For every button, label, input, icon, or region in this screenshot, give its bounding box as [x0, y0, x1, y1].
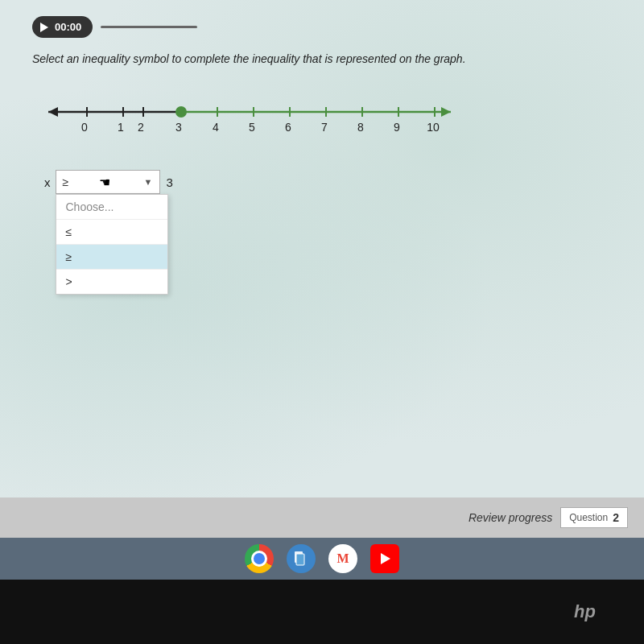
taskbar: M: [0, 538, 644, 580]
timer: 00:00: [55, 21, 81, 33]
svg-text:6: 6: [285, 121, 291, 134]
instruction-text: Select an inequality symbol to complete …: [32, 52, 620, 65]
question-number: 2: [613, 511, 619, 524]
audio-progress-bar[interactable]: [101, 26, 197, 28]
youtube-icon[interactable]: [370, 544, 399, 573]
svg-text:5: 5: [249, 121, 255, 134]
inequality-dropdown-container: ≥ ☚ ▼ Choose... ≤ ≥ >: [56, 170, 160, 194]
inequality-dropdown-menu: Choose... ≤ ≥ >: [56, 194, 168, 295]
svg-rect-23: [296, 554, 304, 565]
dropdown-option-choose[interactable]: Choose...: [56, 195, 167, 220]
dropdown-option-geq[interactable]: ≥: [56, 245, 167, 270]
content-area: 00:00 Select an inequality symbol to com…: [0, 0, 644, 538]
svg-text:0: 0: [81, 121, 88, 134]
svg-text:4: 4: [213, 121, 219, 134]
dropdown-option-gt[interactable]: >: [56, 270, 167, 294]
filled-point: [175, 106, 187, 118]
youtube-play-icon: [381, 553, 390, 564]
x-variable: x: [44, 175, 51, 189]
svg-text:9: 9: [394, 121, 400, 134]
number-line-svg: 0 1 2 3 4 5 6 7 8 9 10: [40, 89, 459, 146]
hp-logo: hp: [574, 601, 596, 622]
gmail-icon[interactable]: M: [328, 544, 357, 573]
play-icon: [40, 23, 48, 32]
question-label: Question: [569, 512, 608, 523]
black-bar: hp: [0, 580, 644, 644]
player-row: 00:00: [32, 16, 620, 38]
svg-text:2: 2: [138, 121, 144, 134]
dropdown-arrow-icon: ▼: [144, 177, 153, 187]
svg-text:10: 10: [427, 121, 440, 134]
question-badge: Question 2: [560, 507, 628, 528]
review-progress-button[interactable]: Review progress: [469, 511, 552, 524]
worksheet: 00:00 Select an inequality symbol to com…: [0, 0, 644, 497]
dropdown-option-leq[interactable]: ≤: [56, 220, 167, 245]
chrome-icon[interactable]: [245, 544, 274, 573]
inequality-dropdown-trigger[interactable]: ≥ ☚ ▼: [56, 170, 160, 194]
svg-text:7: 7: [321, 121, 328, 134]
cursor-hand-icon: ☚: [99, 175, 110, 190]
right-value: 3: [167, 175, 173, 189]
screen: 00:00 Select an inequality symbol to com…: [0, 0, 644, 644]
play-button[interactable]: 00:00: [32, 16, 93, 38]
files-svg: [292, 550, 310, 568]
svg-text:3: 3: [175, 121, 182, 134]
files-icon[interactable]: [287, 544, 316, 573]
selected-inequality: ≥: [63, 175, 69, 188]
svg-text:8: 8: [357, 121, 364, 134]
number-line-container: 0 1 2 3 4 5 6 7 8 9 10: [40, 89, 620, 146]
svg-text:1: 1: [118, 121, 124, 134]
bottom-bar: Review progress Question 2: [0, 497, 644, 538]
inequality-row: x ≥ ☚ ▼ Choose... ≤ ≥ > 3: [44, 170, 620, 194]
gmail-letter: M: [336, 551, 349, 566]
